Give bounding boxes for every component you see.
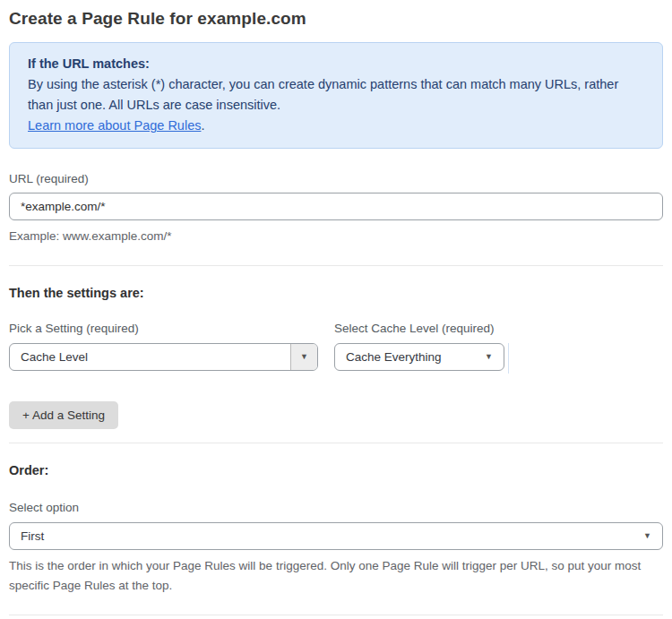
pick-setting-label: Pick a Setting (required) <box>9 322 318 335</box>
cache-level-select[interactable]: Cache Everything ▼ <box>334 343 504 371</box>
caret-down-icon: ▼ <box>485 353 504 361</box>
link-period: . <box>201 118 204 133</box>
order-select-label: Select option <box>9 501 663 514</box>
page-rule-form: Create a Page Rule for example.com If th… <box>0 0 672 619</box>
order-select[interactable]: First ▼ <box>9 522 663 550</box>
settings-section-heading: Then the settings are: <box>9 286 663 300</box>
settings-row: Pick a Setting (required) Cache Level ▼ … <box>9 322 663 374</box>
pick-setting-column: Pick a Setting (required) Cache Level ▼ <box>9 322 318 371</box>
divider <box>9 265 663 266</box>
order-select-value: First <box>10 529 643 543</box>
divider <box>9 443 663 443</box>
cache-level-value: Cache Everything <box>335 350 485 364</box>
caret-down-icon: ▼ <box>300 353 308 361</box>
cache-level-label: Select Cache Level (required) <box>334 322 504 335</box>
cache-level-column: Select Cache Level (required) Cache Ever… <box>334 322 504 371</box>
learn-more-link[interactable]: Learn more about Page Rules <box>28 118 201 133</box>
order-hint: This is the order in which your Page Rul… <box>9 556 663 596</box>
order-section-heading: Order: <box>9 463 663 477</box>
pick-setting-select[interactable]: Cache Level ▼ <box>9 343 318 371</box>
add-setting-button[interactable]: + Add a Setting <box>9 401 118 429</box>
select-arrow-button[interactable]: ▼ <box>290 344 317 370</box>
divider <box>9 615 663 615</box>
settings-divider-line <box>508 343 509 374</box>
caret-down-icon: ▼ <box>643 532 662 540</box>
url-field-label: URL (required) <box>9 172 663 185</box>
url-input[interactable] <box>9 193 663 220</box>
info-box-heading: If the URL matches: <box>28 54 644 74</box>
info-box-body: By using the asterisk (*) character, you… <box>28 74 644 116</box>
info-box-link-line: Learn more about Page Rules. <box>28 116 644 136</box>
page-title: Create a Page Rule for example.com <box>9 9 663 29</box>
url-field-hint: Example: www.example.com/* <box>9 227 663 246</box>
url-match-info-box: If the URL matches: By using the asteris… <box>9 42 663 149</box>
pick-setting-value: Cache Level <box>10 350 290 364</box>
